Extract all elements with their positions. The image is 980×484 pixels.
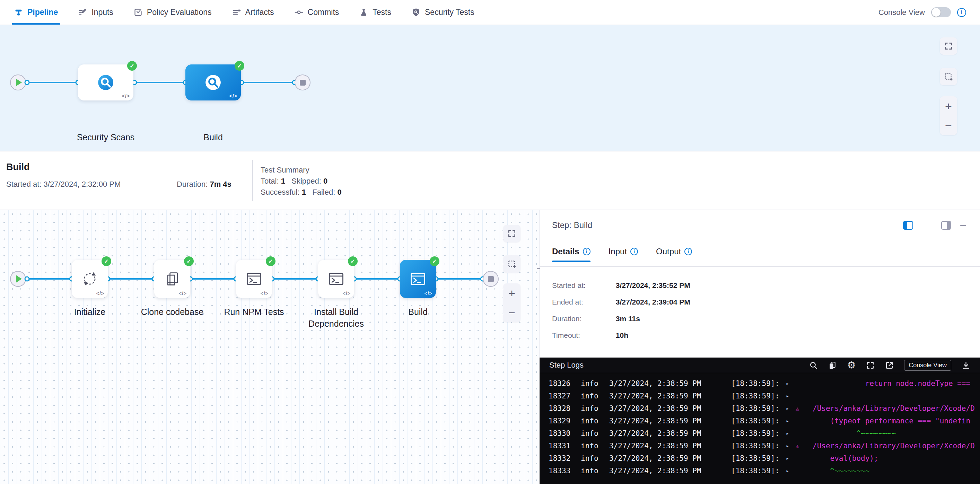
zoom-in-button[interactable]: + bbox=[940, 96, 957, 116]
expand-arrow-icon[interactable]: ▸ bbox=[786, 430, 795, 436]
step-logs-output[interactable]: 18326 info 3/27/2024, 2:38:59 PM [18:38:… bbox=[539, 373, 980, 484]
tab-policy-evaluations[interactable]: Policy Evaluations bbox=[134, 0, 212, 25]
log-row[interactable]: 18332 info 3/27/2024, 2:38:59 PM [18:38:… bbox=[549, 452, 980, 465]
log-message: (typeof performance === "undefin bbox=[813, 417, 970, 425]
zoom-out-button[interactable]: − bbox=[940, 116, 957, 135]
tab-label: Artifacts bbox=[245, 8, 274, 17]
layout-minimized-panel-icon[interactable] bbox=[941, 221, 951, 230]
successful-value: 1 bbox=[302, 188, 306, 197]
test-summary-row-1: Total: 1 Skipped: 0 bbox=[261, 176, 342, 187]
tab-label: Details bbox=[552, 247, 579, 256]
tab-artifacts[interactable]: Artifacts bbox=[232, 0, 274, 25]
selection-mode-button[interactable] bbox=[940, 68, 957, 85]
stage-graph-area[interactable]: ✓ </> Security Scans ✓ </> Build bbox=[0, 25, 980, 151]
success-badge: ✓ bbox=[348, 256, 358, 266]
step-node-install-build-dependencies[interactable]: ✓ </> bbox=[318, 260, 354, 298]
info-icon[interactable]: i bbox=[684, 248, 692, 255]
tab-input[interactable]: Input i bbox=[609, 247, 638, 262]
detail-value: 3/27/2024, 2:35:52 PM bbox=[616, 281, 690, 289]
open-in-new-icon[interactable] bbox=[885, 361, 894, 370]
test-summary-row-2: Successful: 1 Failed: 0 bbox=[261, 187, 342, 198]
log-time-prefix: [18:38:59]: bbox=[731, 392, 786, 400]
log-row[interactable]: 18327 info 3/27/2024, 2:38:59 PM [18:38:… bbox=[549, 390, 980, 402]
fit-to-screen-button[interactable] bbox=[940, 37, 957, 55]
log-time-prefix: [18:38:59]: bbox=[731, 404, 786, 413]
step-node-clone-codebase[interactable]: ✓ </> bbox=[154, 260, 190, 298]
log-row[interactable]: 18326 info 3/27/2024, 2:38:59 PM [18:38:… bbox=[549, 377, 980, 390]
play-icon bbox=[16, 275, 22, 283]
info-icon[interactable]: i bbox=[583, 248, 590, 255]
expand-arrow-icon[interactable]: ▸ bbox=[786, 405, 795, 412]
log-row[interactable]: 18330 info 3/27/2024, 2:38:59 PM [18:38:… bbox=[549, 427, 980, 440]
settings-gear-icon[interactable]: ⚙ bbox=[847, 361, 856, 370]
collapse-panel-icon[interactable] bbox=[960, 225, 966, 226]
log-row[interactable]: 18331 info 3/27/2024, 2:38:59 PM [18:38:… bbox=[549, 440, 980, 452]
layout-right-panel-icon[interactable] bbox=[903, 221, 913, 230]
detail-label: Timeout: bbox=[552, 331, 614, 340]
tab-output[interactable]: Output i bbox=[656, 247, 692, 262]
download-icon[interactable] bbox=[962, 361, 970, 370]
log-message: /Users/anka/Library/Developer/Xcode/D bbox=[813, 442, 975, 450]
fullscreen-icon bbox=[944, 41, 953, 51]
log-line-number: 18328 bbox=[549, 404, 581, 413]
log-message: /Users/anka/Library/Developer/Xcode/D bbox=[813, 404, 975, 413]
detail-row-ended-at: Ended at: 3/27/2024, 2:39:04 PM bbox=[552, 298, 690, 306]
test-summary-title: Test Summary bbox=[261, 165, 342, 176]
step-node-build[interactable]: ✓ </> bbox=[400, 260, 436, 298]
active-tab-underline bbox=[12, 23, 60, 25]
zoom-in-button[interactable]: + bbox=[503, 283, 520, 303]
log-time-prefix: [18:38:59]: bbox=[731, 429, 786, 438]
tab-label: Policy Evaluations bbox=[147, 8, 212, 17]
step-node-run-npm-tests[interactable]: ✓ </> bbox=[236, 260, 272, 298]
log-rows: 18326 info 3/27/2024, 2:38:59 PM [18:38:… bbox=[549, 377, 980, 477]
log-row[interactable]: 18333 info 3/27/2024, 2:38:59 PM [18:38:… bbox=[549, 465, 980, 477]
log-time-prefix: [18:38:59]: bbox=[731, 467, 786, 475]
expand-arrow-icon[interactable]: ▸ bbox=[786, 455, 795, 462]
step-label: Install Build Dependencies bbox=[296, 306, 376, 330]
selection-mode-button[interactable] bbox=[503, 255, 520, 273]
search-icon[interactable] bbox=[809, 361, 818, 370]
tab-commits[interactable]: Commits bbox=[294, 0, 339, 25]
info-icon[interactable]: i bbox=[957, 8, 966, 17]
detail-row-timeout: Timeout: 10h bbox=[552, 331, 628, 340]
fullscreen-icon[interactable] bbox=[866, 361, 875, 370]
code-icon: </> bbox=[229, 93, 237, 99]
terminal-icon bbox=[409, 270, 427, 288]
tab-tests[interactable]: Tests bbox=[359, 0, 391, 25]
copy-icon[interactable] bbox=[828, 361, 837, 370]
tab-label: Tests bbox=[372, 8, 391, 17]
terminal-icon bbox=[245, 270, 263, 288]
console-view-button[interactable]: Console View bbox=[904, 360, 951, 371]
expand-arrow-icon[interactable]: ▸ bbox=[786, 393, 795, 399]
log-date: 3/27/2024, 2:38:59 PM bbox=[609, 442, 731, 450]
zoom-out-button[interactable]: − bbox=[503, 303, 520, 322]
tab-security-tests[interactable]: Security Tests bbox=[411, 0, 474, 25]
info-icon[interactable]: i bbox=[630, 248, 638, 255]
success-badge: ✓ bbox=[127, 61, 137, 71]
expand-arrow-icon[interactable]: ▸ bbox=[786, 468, 795, 474]
expand-arrow-icon[interactable]: ▸ bbox=[786, 381, 795, 387]
tab-details[interactable]: Details i bbox=[552, 247, 590, 262]
detail-label: Duration: bbox=[552, 314, 614, 323]
stage-node-build[interactable]: ✓ </> bbox=[185, 64, 241, 100]
tabs-divider bbox=[540, 267, 980, 267]
expand-arrow-icon[interactable]: ▸ bbox=[786, 418, 795, 424]
tab-inputs[interactable]: Inputs bbox=[78, 0, 113, 25]
tab-pipeline[interactable]: Pipeline bbox=[14, 0, 58, 25]
terminal-icon bbox=[327, 270, 345, 288]
expand-arrow-icon[interactable]: ▸ bbox=[786, 443, 795, 449]
console-view-toggle[interactable] bbox=[931, 7, 951, 17]
log-row[interactable]: 18329 info 3/27/2024, 2:38:59 PM [18:38:… bbox=[549, 415, 980, 427]
stage-node-security-scans[interactable]: ✓ </> bbox=[78, 64, 134, 100]
step-label: Run NPM Tests bbox=[212, 306, 296, 318]
detail-value: 3m 11s bbox=[616, 314, 640, 322]
execution-graph-canvas[interactable]: ✓ </> Initialize ✓ </> Clone codebase bbox=[0, 210, 539, 484]
code-icon: </> bbox=[425, 291, 433, 296]
fit-to-screen-button[interactable] bbox=[503, 225, 520, 242]
log-date: 3/27/2024, 2:38:59 PM bbox=[609, 392, 731, 400]
code-icon: </> bbox=[122, 93, 130, 99]
step-node-initialize[interactable]: ✓ </> bbox=[72, 260, 108, 298]
log-row[interactable]: 18328 info 3/27/2024, 2:38:59 PM [18:38:… bbox=[549, 402, 980, 415]
stop-icon bbox=[300, 80, 305, 86]
panel-layout-controls bbox=[903, 221, 966, 230]
